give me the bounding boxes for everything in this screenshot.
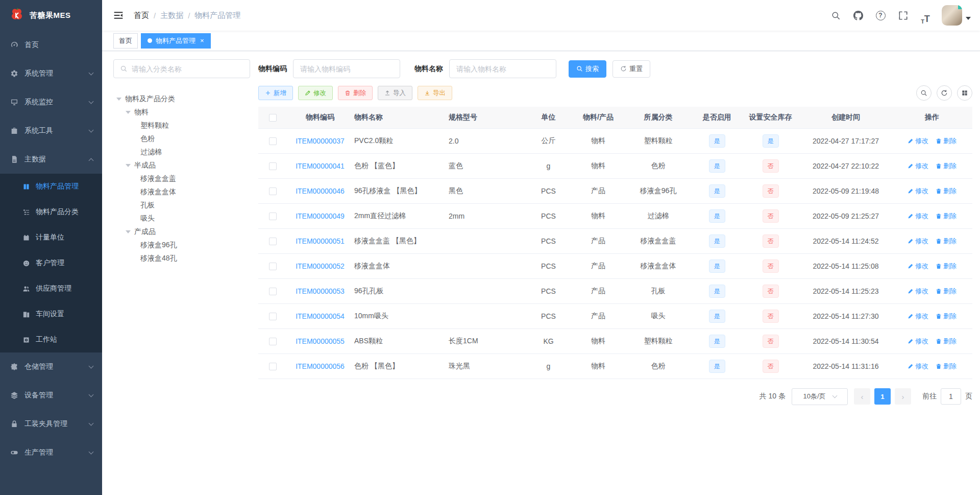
edit-row-button[interactable]: 修改: [908, 237, 928, 246]
tree-node-root[interactable]: 物料及产品分类: [113, 92, 250, 106]
row-checkbox[interactable]: [269, 288, 277, 295]
row-checkbox[interactable]: [269, 213, 277, 220]
edit-row-button[interactable]: 修改: [908, 362, 928, 371]
sidebar-item-workshop-settings[interactable]: 车间设置: [0, 301, 102, 327]
sidebar-collapse-button[interactable]: [113, 10, 125, 21]
row-checkbox[interactable]: [269, 363, 277, 370]
github-icon[interactable]: [849, 6, 867, 25]
edit-row-button[interactable]: 修改: [908, 337, 928, 346]
tab-material-product-management[interactable]: 物料产品管理 ×: [141, 33, 211, 49]
sidebar-item-warehouse-management[interactable]: 仓储管理: [0, 352, 102, 381]
item-code-link[interactable]: ITEM00000051: [296, 237, 345, 245]
edit-row-button[interactable]: 修改: [908, 262, 928, 271]
export-button[interactable]: 导出: [418, 86, 452, 100]
import-button[interactable]: 导入: [378, 86, 412, 100]
sidebar-item-system-tools[interactable]: 系统工具: [0, 116, 102, 145]
item-code-link[interactable]: ITEM00000054: [296, 312, 345, 320]
tree-node-leaf[interactable]: 孔板: [113, 199, 250, 212]
delete-row-button[interactable]: 删除: [936, 161, 957, 171]
sidebar-item-supplier-management[interactable]: 供应商管理: [0, 276, 102, 301]
edit-row-button[interactable]: 修改: [908, 211, 928, 221]
fullscreen-icon[interactable]: [894, 6, 912, 25]
reset-button[interactable]: 重置: [612, 60, 650, 78]
sidebar-item-production-management[interactable]: 生产管理: [0, 438, 102, 467]
sidebar-item-system-monitor[interactable]: 系统监控: [0, 88, 102, 116]
category-search-input[interactable]: [132, 65, 243, 73]
row-checkbox[interactable]: [269, 313, 277, 320]
edit-button[interactable]: 修改: [298, 86, 333, 100]
sidebar-item-system-management[interactable]: 系统管理: [0, 59, 102, 88]
tree-node-leaf[interactable]: 移液盒盒体: [113, 185, 250, 199]
breadcrumb-home[interactable]: 首页: [134, 11, 149, 20]
refresh-button[interactable]: [937, 85, 952, 101]
sidebar-item-material-product-category[interactable]: 物料产品分类: [0, 199, 102, 225]
delete-row-button[interactable]: 删除: [936, 287, 957, 296]
prev-page-button[interactable]: ‹: [854, 388, 870, 405]
avatar[interactable]: [942, 5, 962, 26]
row-checkbox[interactable]: [269, 162, 277, 170]
tab-home[interactable]: 首页: [113, 33, 138, 49]
breadcrumb-master-data[interactable]: 主数据: [160, 11, 183, 20]
edit-row-button[interactable]: 修改: [908, 136, 928, 146]
row-checkbox[interactable]: [269, 187, 277, 195]
column-settings-button[interactable]: [957, 85, 972, 101]
tree-node-group[interactable]: 半成品: [113, 159, 250, 172]
logo[interactable]: 苦糖果MES: [0, 0, 102, 31]
header-search-icon[interactable]: [826, 6, 845, 25]
delete-row-button[interactable]: 删除: [936, 136, 957, 146]
edit-row-button[interactable]: 修改: [908, 186, 928, 196]
edit-row-button[interactable]: 修改: [908, 312, 928, 321]
goto-page-input[interactable]: [941, 388, 961, 405]
sidebar-item-home[interactable]: 首页: [0, 31, 102, 59]
edit-row-button[interactable]: 修改: [908, 287, 928, 296]
row-checkbox[interactable]: [269, 263, 277, 270]
sidebar-item-material-product-management[interactable]: 物料产品管理: [0, 174, 102, 199]
font-size-icon[interactable]: TT: [916, 6, 935, 25]
delete-row-button[interactable]: 删除: [936, 237, 957, 246]
tree-node-group[interactable]: 物料: [113, 106, 250, 119]
page-size-select[interactable]: 10条/页: [792, 388, 848, 405]
tree-node-leaf[interactable]: 移液盒96孔: [113, 239, 250, 252]
current-page[interactable]: 1: [874, 388, 891, 405]
user-menu[interactable]: [942, 5, 971, 26]
help-icon[interactable]: ?: [871, 6, 890, 25]
select-all-checkbox[interactable]: [269, 114, 277, 122]
delete-row-button[interactable]: 删除: [936, 337, 957, 346]
row-checkbox[interactable]: [269, 338, 277, 345]
item-code-link[interactable]: ITEM00000049: [296, 212, 345, 220]
delete-row-button[interactable]: 删除: [936, 211, 957, 221]
row-checkbox[interactable]: [269, 137, 277, 145]
tree-node-leaf[interactable]: 过滤棉: [113, 146, 250, 159]
item-code-link[interactable]: ITEM00000052: [296, 262, 345, 270]
item-code-link[interactable]: ITEM00000055: [296, 337, 345, 345]
material-name-input[interactable]: [449, 59, 556, 78]
delete-row-button[interactable]: 删除: [936, 312, 957, 321]
row-checkbox[interactable]: [269, 238, 277, 245]
tree-node-leaf[interactable]: 吸头: [113, 212, 250, 225]
delete-row-button[interactable]: 删除: [936, 362, 957, 371]
sidebar-item-workstation[interactable]: 工作站: [0, 327, 102, 352]
item-code-link[interactable]: ITEM00000041: [296, 162, 345, 170]
delete-button[interactable]: 删除: [338, 86, 373, 100]
tree-node-group[interactable]: 产成品: [113, 225, 250, 239]
sidebar-item-master-data[interactable]: 主数据: [0, 145, 102, 174]
tree-node-leaf[interactable]: 移液盒盒盖: [113, 172, 250, 185]
tree-node-leaf[interactable]: 移液盒48孔: [113, 252, 250, 265]
tree-node-leaf[interactable]: 塑料颗粒: [113, 119, 250, 132]
sidebar-item-customer-management[interactable]: 客户管理: [0, 250, 102, 276]
search-button[interactable]: 搜索: [569, 60, 606, 78]
close-icon[interactable]: ×: [200, 37, 204, 44]
tree-node-leaf[interactable]: 色粉: [113, 132, 250, 146]
item-code-link[interactable]: ITEM00000053: [296, 287, 345, 295]
sidebar-item-measure-unit[interactable]: 计量单位: [0, 225, 102, 250]
sidebar-item-equipment-management[interactable]: 设备管理: [0, 381, 102, 410]
toggle-search-button[interactable]: [916, 85, 932, 101]
add-button[interactable]: 新增: [258, 86, 293, 100]
item-code-link[interactable]: ITEM00000037: [296, 137, 345, 145]
delete-row-button[interactable]: 删除: [936, 262, 957, 271]
item-code-link[interactable]: ITEM00000046: [296, 187, 345, 195]
item-code-link[interactable]: ITEM00000056: [296, 362, 345, 370]
material-code-input[interactable]: [293, 59, 400, 78]
edit-row-button[interactable]: 修改: [908, 161, 928, 171]
next-page-button[interactable]: ›: [895, 388, 911, 405]
